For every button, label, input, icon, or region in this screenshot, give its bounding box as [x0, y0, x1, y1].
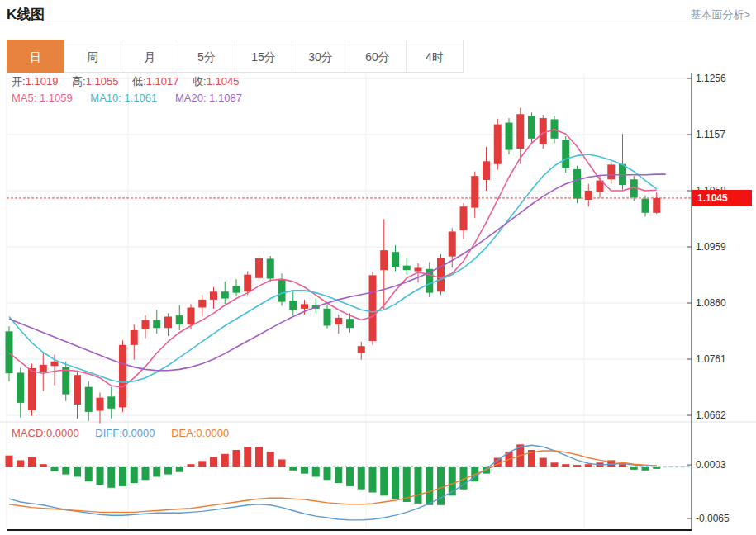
price-axis-label: 1.1157 [696, 129, 725, 140]
high-value: 1.1055 [86, 75, 119, 88]
tab-month[interactable]: 月 [121, 40, 178, 73]
diff-value-legend: DIFF:0.0000 [95, 427, 155, 439]
tab-week[interactable]: 周 [64, 40, 121, 73]
diff-line [9, 445, 657, 520]
price-axis-label: 1.0959 [696, 241, 726, 253]
top-divider [0, 0, 756, 26]
price-axis-label: 1.1256 [696, 73, 726, 84]
tab-4hour[interactable]: 4时 [406, 40, 464, 73]
interval-tab-bar: 日 周 月 5分 15分 30分 60分 4时 [7, 40, 464, 73]
last-price-badge: 1.1045 [692, 190, 752, 206]
low-label: 低: [132, 75, 146, 88]
ma10-legend: MA10: 1.1061 [90, 92, 157, 104]
page-title: K线图 [7, 5, 45, 24]
tab-day[interactable]: 日 [7, 40, 64, 73]
ma20-line [9, 174, 666, 371]
ma5-legend: MA5: 1.1059 [12, 92, 73, 104]
macd-legend: MACD:0.0000 DIFF:0.0000 DEA:0.0000 [12, 427, 229, 439]
price-axis-label: 1.0662 [696, 410, 726, 421]
macd-axis-label: 0.0003 [696, 459, 726, 471]
tab-5min[interactable]: 5分 [178, 40, 235, 73]
tab-30min[interactable]: 30分 [292, 40, 349, 73]
macd-value-legend: MACD:0.0000 [12, 427, 79, 439]
tab-15min[interactable]: 15分 [235, 40, 292, 73]
kline-page: 1.12561.11571.10581.09591.08601.07611.06… [0, 0, 756, 535]
open-label: 开: [12, 75, 26, 88]
fundamental-analysis-link[interactable]: 基本面分析> [690, 7, 750, 22]
ma-legend: MA5: 1.1059 MA10: 1.1061 MA20: 1.1087 [12, 92, 242, 104]
tab-60min[interactable]: 60分 [349, 40, 407, 73]
ma5-line [9, 130, 657, 387]
ma10-line [9, 154, 657, 382]
low-value: 1.1017 [146, 75, 179, 88]
dea-line [9, 451, 657, 512]
price-axis-label: 1.0761 [696, 353, 726, 365]
macd-axis-label: -0.0065 [696, 513, 730, 524]
high-label: 高: [72, 75, 86, 88]
dea-value-legend: DEA:0.0000 [171, 427, 229, 439]
close-label: 收: [193, 75, 207, 88]
price-axis-label: 1.0860 [696, 297, 726, 309]
ma20-legend: MA20: 1.1087 [175, 92, 242, 104]
candlestick-series [6, 108, 661, 424]
ohlc-readout: 开:1.1019 高:1.1055 低:1.1017 收:1.1045 [12, 74, 250, 89]
close-value: 1.1045 [207, 75, 240, 88]
open-value: 1.1019 [26, 75, 59, 88]
